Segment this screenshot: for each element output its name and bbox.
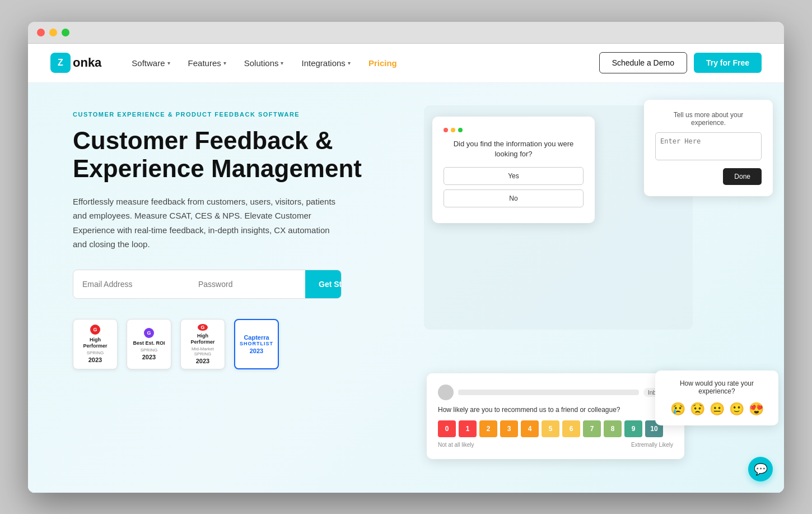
feedback-textarea[interactable] [655,132,762,160]
nps-number-1[interactable]: 1 [459,420,477,437]
traffic-light-red[interactable] [37,29,45,36]
nav-links: Software ▾ Features ▾ Solutions ▾ Integr… [124,54,599,72]
nps-number-0[interactable]: 0 [438,420,456,437]
emoji-rating-2[interactable]: 😐 [710,402,725,416]
browser-content: Z onka Software ▾ Features ▾ Solutions ▾… [28,44,784,493]
survey-yes-button[interactable]: Yes [444,167,584,185]
nps-scale: 012345678910 [438,420,673,437]
inbox-bar [458,390,639,395]
email-input[interactable] [73,270,189,298]
navigation: Z onka Software ▾ Features ▾ Solutions ▾… [28,44,784,83]
chat-button[interactable]: 💬 [748,457,773,481]
nps-number-2[interactable]: 2 [479,420,497,437]
nav-item-solutions[interactable]: Solutions ▾ [236,54,292,72]
nps-number-8[interactable]: 8 [604,420,622,437]
nav-item-software[interactable]: Software ▾ [124,54,178,72]
inbox-avatar [438,385,454,400]
traffic-light-green[interactable] [62,29,69,36]
hero-section: CUSTOMER EXPERIENCE & PRODUCT FEEDBACK S… [28,83,784,493]
traffic-light-yellow[interactable] [49,29,57,36]
badge-capterra: Capterra SHORTLIST 2023 [234,319,279,369]
window-dots [444,128,584,132]
badge-g2-high-performer: G High Performer SPRING 2023 [73,319,118,369]
logo[interactable]: Z onka [50,53,101,73]
emoji-rating-0[interactable]: 😢 [670,402,685,416]
nps-number-5[interactable]: 5 [542,420,559,437]
chevron-down-icon: ▾ [348,60,351,66]
trust-badges: G High Performer SPRING 2023 G Best Est.… [73,319,399,369]
hero-signup-form: Get Started [73,270,342,299]
get-started-button[interactable]: Get Started [305,270,342,298]
logo-text: onka [73,55,101,70]
browser-window: Z onka Software ▾ Features ▾ Solutions ▾… [28,22,784,493]
badge-g2-midmarket: G High Performer Mid-Market SPRING 2023 [180,319,225,369]
password-input[interactable] [189,270,305,298]
hero-right: Did you find the information you were lo… [421,83,784,493]
nav-item-features[interactable]: Features ▾ [180,54,234,72]
nps-question: How likely are you to recommend us to a … [438,406,673,414]
emoji-rating-3[interactable]: 🙂 [729,402,744,416]
survey-prompt-2: Tell us more about your experience. [655,111,762,127]
g2-logo: G [90,325,100,335]
chevron-down-icon: ▾ [223,60,226,66]
hero-tag: CUSTOMER EXPERIENCE & PRODUCT FEEDBACK S… [73,111,399,118]
nps-number-7[interactable]: 7 [583,420,601,437]
nps-number-6[interactable]: 6 [562,420,580,437]
survey-no-button[interactable]: No [444,189,584,207]
badge-g2-best-roi: G Best Est. ROI SPRING 2023 [127,319,171,369]
g2-logo-purple: G [144,328,154,338]
nps-number-4[interactable]: 4 [521,420,539,437]
nps-labels: Not at all likely Extremally Likely [438,442,673,448]
survey-question-1: Did you find the information you were lo… [444,139,584,159]
logo-icon: Z [50,53,71,73]
rating-card-emoji: How would you rate your experience? 😢😟😐🙂… [655,371,778,425]
chevron-down-icon: ▾ [167,60,170,66]
g2-logo-2: G [198,324,208,331]
survey-card-text-feedback: Tell us more about your experience. Done [644,100,773,196]
survey-card-nps: Inbox × How likely are you to recommend … [427,373,684,459]
emoji-rating-1[interactable]: 😟 [690,402,705,416]
hero-title: Customer Feedback & Experience Managemen… [73,127,399,183]
nav-buttons: Schedule a Demo Try for Free [599,52,762,73]
rating-question: How would you rate your experience? [666,379,767,395]
nav-item-integrations[interactable]: Integrations ▾ [293,54,358,72]
emoji-rating-4[interactable]: 😍 [749,402,764,416]
survey-card-yes-no: Did you find the information you were lo… [432,117,595,223]
hero-description: Effortlessly measure feedback from custo… [73,195,342,252]
card3-header: Inbox × [438,385,673,400]
emoji-row: 😢😟😐🙂😍 [666,402,767,416]
try-for-free-button[interactable]: Try for Free [694,53,762,73]
done-button[interactable]: Done [723,168,762,185]
chevron-down-icon: ▾ [281,60,283,66]
hero-left: CUSTOMER EXPERIENCE & PRODUCT FEEDBACK S… [28,83,421,493]
nps-number-3[interactable]: 3 [500,420,518,437]
schedule-demo-button[interactable]: Schedule a Demo [599,52,687,73]
nps-number-9[interactable]: 9 [624,420,642,437]
nav-item-pricing[interactable]: Pricing [361,54,405,72]
browser-chrome [28,22,784,44]
chat-icon: 💬 [754,462,768,476]
